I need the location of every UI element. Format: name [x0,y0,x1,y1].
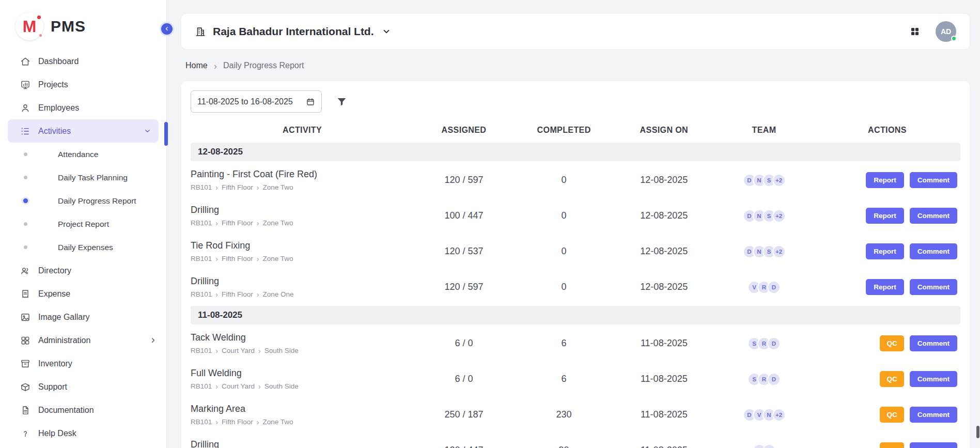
calendar-icon [306,97,315,106]
company-name: Raja Bahadur International Ltd. [213,25,374,38]
home-icon [20,56,31,67]
activity-title[interactable]: Tie Rod Fixing [191,240,409,251]
filter-funnel-icon[interactable] [336,96,347,107]
column-header-team: TEAM [714,126,814,135]
date-range-input[interactable]: 11-08-2025 to 16-08-2025 [191,90,322,113]
sidebar-item-label: Inventory [38,359,72,368]
activity-cell: Tie Rod Fixing RB101›Fifth Floor›Zone Tw… [191,240,414,262]
path-segment: Zone One [262,290,293,298]
path-segment: Zone Two [262,183,293,191]
path-segment: RB101 [191,183,212,191]
sidebar-item-projects[interactable]: Projects [0,73,166,96]
team-avatars: VRD [714,281,814,294]
company-selector[interactable]: Raja Bahadur International Ltd. [195,25,391,38]
comment-button[interactable]: Comment [910,407,957,423]
chevron-right-icon: › [215,383,218,390]
team-avatar[interactable]: D [767,281,781,294]
assigned-value: 6 / 0 [414,338,514,349]
sidebar-item-support[interactable]: Support [0,375,166,398]
question-icon [20,428,31,439]
sidebar-item-dashboard[interactable]: Dashboard [0,50,166,73]
apps-grid-icon[interactable] [910,26,920,37]
sidebar-collapse-button[interactable]: ‹ [160,22,174,36]
row-actions: QCComment [814,335,960,351]
assigned-value: 6 / 0 [414,374,514,384]
group-date: 11-08-2025 [198,310,242,320]
sidebar-item-image-gallery[interactable]: Image Gallary [0,305,166,329]
sidebar-item-documentation[interactable]: Documentation [0,398,166,422]
bullet-icon [20,245,31,249]
qc-button[interactable]: QC [880,442,904,448]
projects-icon [20,80,31,90]
filters-row: 11-08-2025 to 16-08-2025 [191,90,960,113]
chevron-right-icon: › [258,347,261,354]
activity-title[interactable]: Tack Welding [191,332,409,343]
path-segment: RB101 [191,219,212,227]
date-range-value: 11-08-2025 to 16-08-2025 [197,97,293,106]
activity-cell: Tack Welding RB101›Court Yard›South Side [191,332,414,354]
sidebar-item-administration[interactable]: Administration [0,329,166,352]
sidebar-item-label: Support [38,382,67,392]
comment-button[interactable]: Comment [910,279,957,295]
assigned-value: 120 / 537 [414,246,514,257]
team-overflow-badge[interactable]: +2 [772,174,786,187]
sidebar-subitem-daily-task-planning[interactable]: Daily Task Planning [0,166,166,189]
sidebar-subitem-attendance[interactable]: Attendance [0,143,166,166]
activity-title[interactable]: Painting - First Coat (Fire Red) [191,169,409,180]
activity-title[interactable]: Marking Area [191,404,409,414]
activity-path: RB101›Fifth Floor›Zone Two [191,255,409,262]
activity-title[interactable]: Drilling [191,276,409,287]
sidebar-item-inventory[interactable]: Inventory [0,352,166,375]
comment-button[interactable]: Comment [910,335,957,351]
sidebar-item-label: Employees [38,103,79,113]
scrollbar-thumb[interactable] [976,426,979,438]
activity-cell: Painting - First Coat (Fire Red) RB101›F… [191,169,414,191]
qc-button[interactable]: QC [880,371,904,387]
team-overflow-badge[interactable]: +2 [772,209,786,223]
team-overflow-badge[interactable]: +2 [772,245,786,258]
team-avatar[interactable]: D [767,373,781,386]
row-actions: ReportComment [814,243,960,259]
user-avatar[interactable]: AD [936,21,956,42]
assign-on-value: 11-08-2025 [614,374,714,384]
qc-button[interactable]: QC [880,407,904,423]
activity-title[interactable]: Drilling [191,205,409,215]
team-avatars: DVN+2 [714,408,814,422]
team-overflow-badge[interactable]: +2 [772,408,786,422]
row-actions: QCComment [814,371,960,387]
activity-title[interactable]: Full Welding [191,368,409,379]
comment-button[interactable]: Comment [910,371,957,387]
sidebar-item-label: Administration [38,336,90,345]
team-avatar[interactable]: D [767,337,781,350]
sidebar-item-directory[interactable]: Directory [0,259,166,282]
sidebar-item-label: Directory [38,266,71,275]
comment-button[interactable]: Comment [910,208,957,224]
team-avatar[interactable]: R [763,444,776,448]
comment-button[interactable]: Comment [910,243,957,259]
path-segment: South Side [265,347,299,354]
comment-button[interactable]: Comment [910,172,957,188]
breadcrumb: Home › Daily Progress Report [185,59,970,72]
qc-button[interactable]: QC [880,335,904,351]
sidebar-subitem-daily-progress-report[interactable]: Daily Progress Report [0,189,166,212]
report-button[interactable]: Report [866,172,904,188]
chevron-right-icon: › [215,255,218,262]
app-root: M PMS Dashboard Projects Employees [0,0,980,448]
sidebar-item-label: Projects [38,80,68,89]
sidebar-subitem-project-report[interactable]: Project Report [0,212,166,236]
sidebar-item-employees[interactable]: Employees [0,96,166,119]
table-row: Tie Rod Fixing RB101›Fifth Floor›Zone Tw… [191,234,960,269]
report-button[interactable]: Report [866,208,904,224]
logo[interactable]: M PMS [0,0,166,48]
report-button[interactable]: Report [866,279,904,295]
report-button[interactable]: Report [866,243,904,259]
sidebar-subitem-label: Daily Task Planning [58,173,128,182]
building-icon [195,26,206,37]
activity-title[interactable]: Drilling [191,439,409,448]
sidebar-item-help-desk[interactable]: Help Desk [0,422,166,445]
sidebar-item-activities[interactable]: Activities [8,119,159,143]
sidebar-subitem-daily-expenses[interactable]: Daily Expenses [0,236,166,259]
sidebar-item-expense[interactable]: Expense [0,282,166,305]
breadcrumb-home-link[interactable]: Home [185,61,208,70]
comment-button[interactable]: Comment [910,442,957,448]
